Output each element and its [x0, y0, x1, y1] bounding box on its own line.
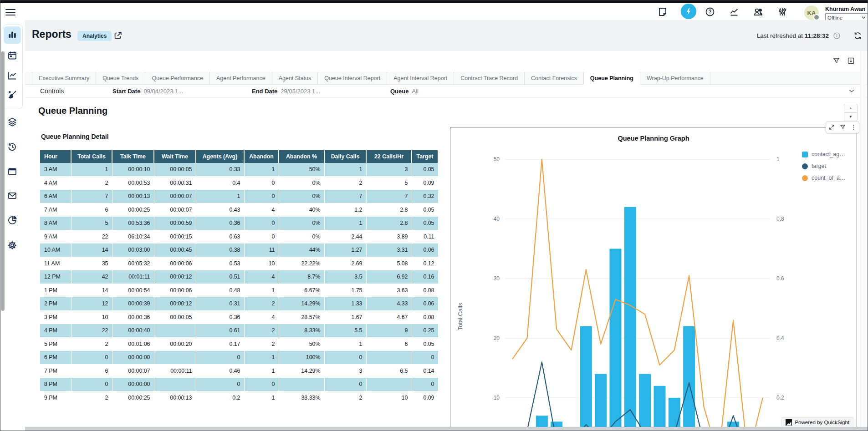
cell[interactable]: 0.43: [196, 203, 244, 217]
cell[interactable]: 0%: [279, 176, 324, 190]
expand-icon[interactable]: [828, 124, 835, 131]
sidebar-item-reports[interactable]: [4, 26, 21, 44]
cell[interactable]: 0: [244, 378, 279, 391]
cell[interactable]: 0.33: [196, 163, 244, 176]
cell[interactable]: [154, 324, 196, 338]
cell[interactable]: 4.33: [366, 297, 412, 311]
cell[interactable]: 2.8: [366, 203, 412, 217]
cell[interactable]: 6: [366, 337, 412, 351]
cell[interactable]: 0.36: [196, 217, 244, 230]
cell[interactable]: 0: [244, 217, 279, 230]
cell[interactable]: 10: [71, 310, 112, 324]
tab-executive-summary[interactable]: Executive Summary: [32, 72, 96, 84]
cell[interactable]: 00:00:45: [154, 243, 196, 257]
cell[interactable]: 0%: [279, 190, 324, 203]
cell[interactable]: 7: [324, 190, 366, 203]
cell[interactable]: 35: [71, 257, 112, 270]
tab-queue-performance[interactable]: Queue Performance: [145, 72, 209, 84]
users-icon[interactable]: [753, 6, 764, 17]
cell[interactable]: 6 AM: [40, 190, 71, 203]
cell[interactable]: 2: [71, 176, 112, 190]
cell[interactable]: 0.11: [412, 230, 438, 243]
cell[interactable]: 1.2: [324, 203, 366, 217]
cell[interactable]: 14.29%: [279, 364, 324, 378]
cell[interactable]: 0.05: [412, 337, 438, 351]
note-icon[interactable]: [657, 6, 668, 17]
line-count-of-a-[interactable]: [512, 159, 763, 430]
cell[interactable]: 0: [324, 351, 366, 365]
cell[interactable]: 1: [324, 217, 366, 230]
cell[interactable]: 00:00:31: [154, 176, 196, 190]
cell[interactable]: 0: [71, 351, 112, 365]
cell[interactable]: 2 PM: [40, 297, 71, 311]
cell[interactable]: 1: [71, 163, 112, 176]
cell[interactable]: 1.67: [324, 310, 366, 324]
vertical-scrollbar-track[interactable]: [860, 51, 866, 427]
cell[interactable]: 12 PM: [40, 270, 71, 284]
cell[interactable]: 0.61: [196, 324, 244, 338]
cell[interactable]: 0: [71, 378, 112, 391]
cell[interactable]: 00:00:12: [154, 297, 196, 311]
cell[interactable]: 5.5: [324, 324, 366, 338]
column-header-target[interactable]: Target: [412, 150, 438, 163]
cell[interactable]: 0: [196, 351, 244, 365]
cell[interactable]: 0: [244, 230, 279, 243]
column-header-wait-time[interactable]: Wait Time: [154, 150, 196, 163]
cell[interactable]: 8.7%: [279, 270, 324, 284]
cell[interactable]: 7 AM: [40, 203, 71, 217]
cell[interactable]: 1: [244, 391, 279, 405]
cell[interactable]: 0.38: [196, 243, 244, 257]
tab-queue-trends[interactable]: Queue Trends: [96, 72, 145, 84]
cell[interactable]: 0: [196, 378, 244, 391]
cell[interactable]: 2: [324, 176, 366, 190]
cell[interactable]: 00:00:06: [154, 284, 196, 297]
cell[interactable]: 00:00:00: [112, 351, 154, 365]
cell[interactable]: 0.08: [412, 310, 438, 324]
cell[interactable]: [154, 351, 196, 365]
cell[interactable]: 22: [71, 230, 112, 243]
cell[interactable]: 0.63: [196, 230, 244, 243]
cell[interactable]: 00:03:00: [112, 243, 154, 257]
cell[interactable]: 6.92: [366, 270, 412, 284]
cell[interactable]: 0.06: [412, 243, 438, 257]
sidebar-item-trends[interactable]: [4, 67, 21, 84]
scroll-down-button[interactable]: ▼: [844, 113, 857, 121]
cell[interactable]: 5: [366, 176, 412, 190]
cell[interactable]: 0.36: [196, 310, 244, 324]
cell[interactable]: 00:00:13: [154, 391, 196, 405]
column-header-agents-avg-[interactable]: Agents (Avg): [196, 150, 244, 163]
tab-agent-status[interactable]: Agent Status: [272, 72, 318, 84]
hamburger-menu-icon[interactable]: [5, 7, 15, 15]
cell[interactable]: 6: [71, 364, 112, 378]
cell[interactable]: 0.51: [196, 270, 244, 284]
cell[interactable]: 0.05: [412, 163, 438, 176]
cell[interactable]: 0.25: [412, 324, 438, 338]
cell[interactable]: 1 PM: [40, 284, 71, 297]
sidebar-item-mail[interactable]: [4, 187, 21, 204]
cell[interactable]: 0.4: [196, 176, 244, 190]
cell[interactable]: 0.09: [412, 391, 438, 405]
bar-12-pm[interactable]: [624, 207, 636, 430]
cell[interactable]: 10: [366, 391, 412, 405]
cell[interactable]: 00:05:32: [112, 257, 154, 270]
cell[interactable]: [366, 351, 412, 365]
cell[interactable]: 0.31: [196, 297, 244, 311]
cell[interactable]: 0: [412, 351, 438, 365]
control-filter-end-date[interactable]: End Date29/05/2023 1...: [252, 88, 320, 95]
chart-plot[interactable]: 100.2200.4300.6400.8501: [450, 127, 856, 430]
cell[interactable]: 00:00:12: [154, 270, 196, 284]
cell[interactable]: 50%: [279, 337, 324, 351]
column-header-abandon-[interactable]: Abandon %: [279, 150, 324, 163]
tab-wrap-up-performance[interactable]: Wrap-Up Performance: [640, 72, 710, 84]
cell[interactable]: 1: [324, 337, 366, 351]
sidebar-item-window[interactable]: [4, 163, 21, 180]
cell[interactable]: 1: [244, 351, 279, 365]
metrics-icon[interactable]: [729, 6, 740, 17]
cell[interactable]: 4 PM: [40, 324, 71, 338]
cell[interactable]: 10: [244, 257, 279, 270]
cell[interactable]: 4: [244, 270, 279, 284]
cell[interactable]: 8.33%: [279, 324, 324, 338]
cell[interactable]: 0.46: [196, 364, 244, 378]
cell[interactable]: 0.12: [412, 257, 438, 270]
cell[interactable]: 1: [196, 190, 244, 203]
